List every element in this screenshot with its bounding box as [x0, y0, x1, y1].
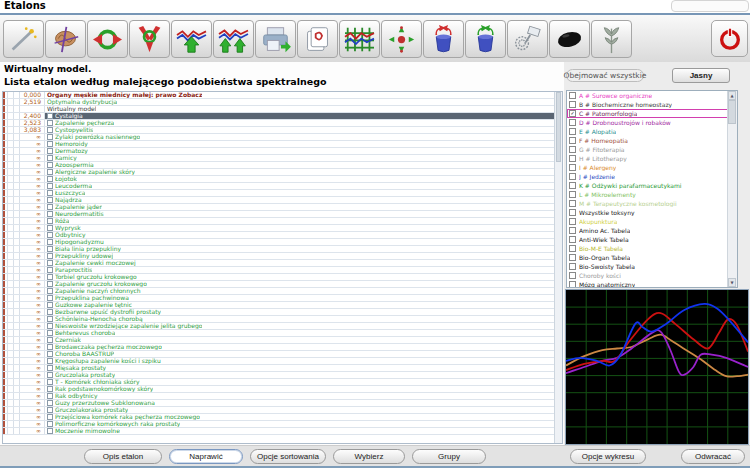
bucket-red-button[interactable]: [423, 20, 464, 58]
table-row[interactable]: ∞Hemoroidy: [3, 141, 562, 148]
category-checkbox[interactable]: [569, 272, 576, 279]
table-row[interactable]: ∞Azoospermia: [3, 162, 562, 169]
list-scrollbar[interactable]: [554, 92, 562, 443]
row-checkbox[interactable]: [47, 197, 53, 203]
table-row[interactable]: ∞Behterevus choroba: [3, 330, 562, 337]
table-row[interactable]: ∞Moczenie mimowolne: [3, 428, 562, 435]
table-row[interactable]: ∞Przejściowa komórek raka pęcherza moczo…: [3, 414, 562, 421]
row-checkbox[interactable]: [47, 302, 53, 308]
table-row[interactable]: ∞Zapalenie jąder: [3, 204, 562, 211]
row-checkbox[interactable]: [47, 428, 53, 434]
table-row[interactable]: ∞Brodawczaka pęcherza moczowego: [3, 344, 562, 351]
naprawic-button[interactable]: Naprawić: [169, 449, 243, 464]
row-checkbox[interactable]: [47, 365, 53, 371]
grupy-button[interactable]: Grupy: [412, 449, 486, 464]
category-checkbox[interactable]: [569, 137, 576, 144]
plant-button[interactable]: [591, 20, 632, 58]
row-checkbox[interactable]: [47, 400, 53, 406]
row-checkbox[interactable]: [47, 274, 53, 280]
table-row[interactable]: 2,519Optymalna dystrybucja: [3, 99, 562, 106]
category-checkbox[interactable]: [569, 101, 576, 108]
category-checkbox[interactable]: [569, 236, 576, 243]
table-row[interactable]: ∞Zapalenie naczyń chłonnych: [3, 288, 562, 295]
category-checkbox[interactable]: [569, 119, 576, 126]
row-checkbox[interactable]: [47, 162, 53, 168]
row-checkbox[interactable]: [47, 141, 53, 147]
category-item[interactable]: Wszystkie toksyny: [567, 208, 737, 217]
category-checkbox[interactable]: [569, 227, 576, 234]
table-row[interactable]: 2,400Cystalgia: [3, 113, 562, 120]
category-item[interactable]: E # Alopatia: [567, 127, 737, 136]
table-row[interactable]: ∞Polimorficzne komórkowych raka prostaty: [3, 421, 562, 428]
table-row[interactable]: ∞Żylaki powrózka nasiennego: [3, 134, 562, 141]
row-checkbox[interactable]: [47, 267, 53, 273]
table-row[interactable]: ∞Alergiczne zapalenie skóry: [3, 169, 562, 176]
sync-circle-button[interactable]: [87, 20, 128, 58]
category-checkbox[interactable]: [569, 92, 576, 99]
row-checkbox[interactable]: [47, 204, 53, 210]
brain-button[interactable]: [45, 20, 86, 58]
table-row[interactable]: ∞T - Komórek chłoniaka skóry: [3, 379, 562, 386]
row-checkbox[interactable]: [47, 379, 53, 385]
category-checkbox[interactable]: [569, 209, 576, 216]
table-row[interactable]: ∞Łuszczyca: [3, 190, 562, 197]
opcje-sortowania-button[interactable]: Opcje sortowania: [250, 449, 326, 464]
category-checkbox[interactable]: [569, 173, 576, 180]
table-row[interactable]: ∞Rak podstawnokomórkowy skóry: [3, 386, 562, 393]
table-row[interactable]: ∞Gruczolakoraka prostaty: [3, 407, 562, 414]
table-row[interactable]: ∞Paraproctitis: [3, 267, 562, 274]
category-item[interactable]: I # Alergeny: [567, 163, 737, 172]
category-item[interactable]: ✓C # Patomorfologia: [567, 109, 737, 118]
row-checkbox[interactable]: [47, 169, 53, 175]
row-checkbox[interactable]: [47, 281, 53, 287]
chart-two-arrows-button[interactable]: [213, 20, 254, 58]
row-checkbox[interactable]: [47, 134, 53, 140]
table-row[interactable]: ∞Rak odbytnicy: [3, 393, 562, 400]
category-item[interactable]: Choroby kości: [567, 271, 737, 280]
table-row[interactable]: ∞Biała linia przepukliny: [3, 246, 562, 253]
include-all-dropdown[interactable]: Obejmować wszystkie: [566, 69, 644, 82]
category-item[interactable]: Amino Ac. Tabela: [567, 226, 737, 235]
row-checkbox[interactable]: [47, 232, 53, 238]
category-checkbox[interactable]: [569, 245, 576, 252]
row-checkbox[interactable]: [47, 183, 53, 189]
row-checkbox[interactable]: [47, 211, 53, 217]
category-item[interactable]: F # Homeopatia: [567, 136, 737, 145]
category-checkbox[interactable]: ✓: [569, 110, 576, 117]
category-item[interactable]: Akupunktura: [567, 217, 737, 226]
table-row[interactable]: ∞Schönleina-Henocha chorobą: [3, 316, 562, 323]
table-row[interactable]: ∞Róża: [3, 218, 562, 225]
table-row[interactable]: ∞Guzy przerzutowe Subklonowana: [3, 400, 562, 407]
table-row[interactable]: ∞Nieswoiste wrzodziejące zapalenie jelit…: [3, 323, 562, 330]
magic-wand-button[interactable]: [3, 20, 44, 58]
chart-up-arrow-button[interactable]: [171, 20, 212, 58]
category-item[interactable]: Anti-Wiek Tabela: [567, 235, 737, 244]
category-checkbox[interactable]: [569, 128, 576, 135]
category-checkbox[interactable]: [569, 182, 576, 189]
table-row[interactable]: 0,000Organy męskie miednicy małej: prawo…: [3, 92, 562, 99]
row-checkbox[interactable]: [47, 358, 53, 364]
row-checkbox[interactable]: [47, 330, 53, 336]
row-checkbox[interactable]: [47, 421, 53, 427]
table-row[interactable]: ∞Czerniak: [3, 337, 562, 344]
category-item[interactable]: Bio-M-E Tabela: [567, 244, 737, 253]
table-row[interactable]: ∞Guzkowe zapalenie tętnic: [3, 302, 562, 309]
category-checkbox[interactable]: [569, 155, 576, 162]
row-checkbox[interactable]: [47, 316, 53, 322]
category-item[interactable]: G # Fitoterapia: [567, 145, 737, 154]
category-item[interactable]: J # Jedzenie: [567, 172, 737, 181]
table-row[interactable]: ∞Przepukliny udowej: [3, 253, 562, 260]
row-checkbox[interactable]: [47, 176, 53, 182]
row-checkbox[interactable]: [47, 148, 53, 154]
row-checkbox[interactable]: [47, 386, 53, 392]
row-checkbox[interactable]: [47, 155, 53, 161]
category-checkbox[interactable]: [569, 146, 576, 153]
category-item[interactable]: L # Mikroelementy: [567, 190, 737, 199]
black-stone-button[interactable]: [549, 20, 590, 58]
table-row[interactable]: ∞Łojotok: [3, 176, 562, 183]
scroll-up-button[interactable]: ▲: [728, 91, 736, 100]
microscope-button[interactable]: [507, 20, 548, 58]
scroll-thumb[interactable]: [556, 92, 561, 162]
row-checkbox[interactable]: [47, 288, 53, 294]
table-row[interactable]: ∞Zapalenie gruczołu krokowego: [3, 281, 562, 288]
